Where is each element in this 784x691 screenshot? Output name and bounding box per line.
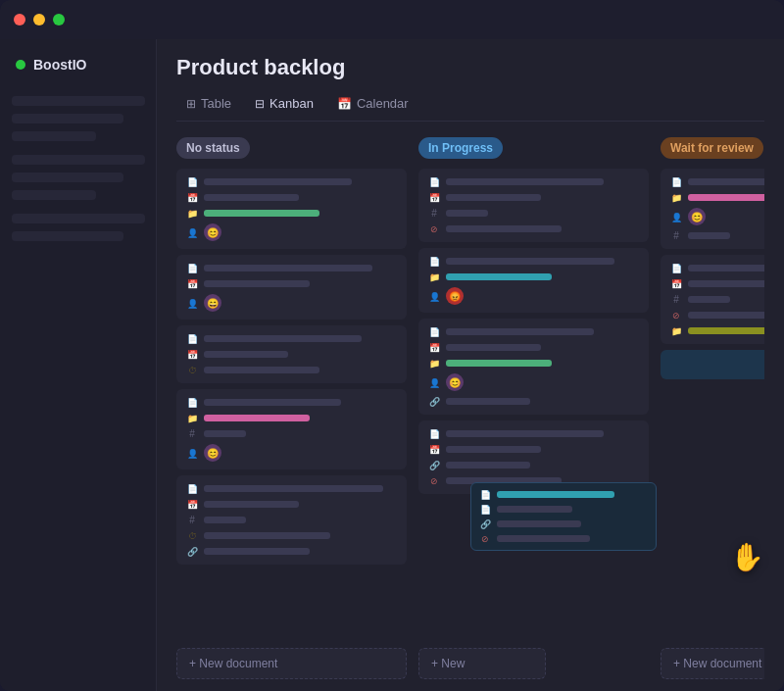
- new-document-button-wait-review[interactable]: + New document: [661, 648, 764, 679]
- card-row: [670, 278, 764, 289]
- card[interactable]: 😊: [418, 319, 649, 415]
- card[interactable]: 😡: [418, 248, 649, 313]
- card-row: [428, 326, 639, 337]
- card-row: [428, 176, 639, 187]
- card-bar: [204, 280, 310, 287]
- file-icon: [479, 504, 491, 515]
- cal-icon: [428, 192, 440, 203]
- card-bar: [204, 430, 246, 437]
- tag-icon: [428, 208, 440, 219]
- card[interactable]: [661, 255, 764, 344]
- new-document-button-in-progress[interactable]: + New: [418, 648, 546, 679]
- tab-calendar[interactable]: 📅 Calendar: [327, 92, 418, 115]
- alert-icon: [670, 310, 682, 321]
- card-bar: [688, 312, 764, 319]
- card-row: [428, 428, 639, 439]
- tooltip-bar: [497, 506, 572, 513]
- card-bar: [204, 548, 310, 555]
- folder-icon: [428, 271, 440, 282]
- card-row: [428, 342, 639, 353]
- file-icon: [428, 326, 440, 337]
- kanban-icon: ⊟: [255, 97, 265, 111]
- sidebar-item[interactable]: [12, 190, 96, 200]
- maximize-button[interactable]: [53, 14, 65, 25]
- user-icon: [428, 291, 440, 302]
- close-button[interactable]: [14, 14, 25, 25]
- window: BoostIO Product backlog ⊞ Table: [0, 0, 784, 691]
- cal-icon: [186, 349, 198, 360]
- minimize-button[interactable]: [33, 14, 45, 25]
- card[interactable]: 😄: [176, 255, 407, 320]
- card[interactable]: [176, 475, 407, 565]
- sidebar-item[interactable]: [12, 131, 96, 141]
- card-row: [428, 460, 639, 470]
- column-in-progress: In Progress: [418, 137, 649, 679]
- card-bar: [446, 430, 604, 437]
- alert-icon: [428, 223, 440, 234]
- card-row: [186, 263, 397, 273]
- card-bar: [446, 258, 614, 265]
- card[interactable]: 😊: [176, 389, 407, 469]
- card-bar: [204, 194, 299, 201]
- tab-table-label: Table: [201, 96, 231, 111]
- sidebar-section: [8, 214, 148, 241]
- sidebar-item[interactable]: [12, 96, 145, 106]
- card-bar: [204, 335, 362, 342]
- link-icon: [428, 460, 440, 470]
- cal-icon: [186, 192, 198, 203]
- sidebar-item[interactable]: [12, 173, 123, 182]
- tooltip-bar: [497, 491, 614, 498]
- avatar: 😊: [204, 223, 221, 241]
- alert-icon: [428, 475, 440, 486]
- col-header-no-status: No status: [176, 137, 250, 159]
- file-icon: [428, 256, 440, 267]
- cal-icon: [186, 499, 198, 510]
- card-row: [428, 444, 639, 455]
- user-icon: [186, 298, 198, 309]
- card-row: [186, 278, 397, 289]
- card[interactable]: 😊: [176, 169, 407, 249]
- tooltip-bar: [497, 535, 590, 542]
- file-icon: [186, 483, 198, 494]
- card-row: [186, 349, 397, 360]
- tab-kanban-label: Kanban: [270, 96, 314, 111]
- avatar: 😊: [204, 444, 221, 462]
- new-document-button[interactable]: + New document: [176, 648, 407, 679]
- col-scroll-no-status[interactable]: 😊: [176, 169, 407, 636]
- sidebar-item[interactable]: [12, 114, 123, 123]
- alert-icon: [479, 533, 491, 544]
- folder-icon: [670, 325, 682, 336]
- cal-icon: [428, 444, 440, 455]
- card-bar: [446, 210, 488, 217]
- tag-icon: [670, 230, 682, 241]
- card-row: 😊: [428, 373, 639, 391]
- sidebar-item[interactable]: [12, 231, 123, 241]
- card-bar: [204, 532, 330, 539]
- user-icon: [186, 227, 198, 238]
- card[interactable]: [176, 325, 407, 383]
- card-bar-teal: [446, 273, 552, 280]
- sidebar-item[interactable]: [12, 155, 145, 165]
- tab-table[interactable]: ⊞ Table: [176, 92, 241, 115]
- col-scroll-in-progress[interactable]: 😡: [418, 169, 649, 636]
- cal-icon: [428, 342, 440, 353]
- card[interactable]: 😊: [661, 169, 764, 249]
- brand[interactable]: BoostIO: [8, 51, 148, 88]
- sidebar-item[interactable]: [12, 214, 145, 223]
- card[interactable]: [418, 169, 649, 242]
- file-icon: [428, 176, 440, 187]
- main-layout: BoostIO Product backlog ⊞ Table: [0, 39, 784, 691]
- card-row: [428, 271, 639, 282]
- avatar: 😄: [204, 294, 221, 312]
- file-icon: [186, 176, 198, 187]
- card-row: [186, 530, 397, 541]
- clock-icon: [186, 365, 198, 375]
- cal-icon: [670, 278, 682, 289]
- card-row: [186, 499, 397, 510]
- tab-kanban[interactable]: ⊟ Kanban: [245, 92, 323, 115]
- user-icon: [670, 212, 682, 222]
- card-bar: [446, 225, 562, 232]
- clock-icon: [186, 530, 198, 541]
- tooltip-popup: [470, 482, 657, 551]
- cursor-icon: ✋: [730, 541, 764, 573]
